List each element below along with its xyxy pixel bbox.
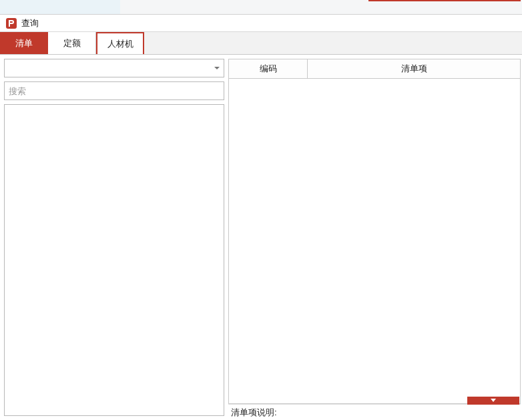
content-area: 编码 清单项 清单项说明:	[0, 55, 522, 420]
grid-col-item[interactable]: 清单项	[308, 59, 520, 78]
top-strip	[0, 0, 522, 15]
tab-label: 定额	[63, 37, 81, 49]
svg-marker-1	[491, 399, 496, 402]
tree-panel[interactable]	[4, 104, 224, 416]
tab-label: 人材机	[107, 38, 134, 50]
col-label: 编码	[260, 63, 277, 75]
footer-row: 清单项说明:	[228, 404, 521, 420]
grid-body[interactable]	[228, 79, 521, 404]
search-input[interactable]	[4, 81, 224, 100]
grid-col-code[interactable]: 编码	[229, 59, 308, 78]
col-label: 清单项	[401, 63, 427, 75]
tab-qingdan[interactable]: 清单	[0, 32, 48, 54]
app-icon	[5, 17, 17, 29]
tabs-row: 清单 定额 人材机	[0, 32, 522, 55]
right-pane: 编码 清单项 清单项说明:	[228, 55, 522, 420]
left-pane	[0, 55, 228, 420]
grid-header: 编码 清单项	[228, 59, 521, 79]
drag-handle[interactable]	[467, 397, 519, 405]
tab-dinge[interactable]: 定额	[48, 32, 96, 54]
category-combo[interactable]	[4, 59, 224, 77]
tab-label: 清单	[15, 37, 33, 49]
window-title: 查询	[21, 17, 39, 29]
desc-label: 清单项说明:	[231, 407, 277, 419]
tab-rencaiji[interactable]: 人材机	[96, 32, 144, 54]
title-bar: 查询	[0, 15, 522, 32]
chevron-down-icon	[214, 67, 220, 69]
